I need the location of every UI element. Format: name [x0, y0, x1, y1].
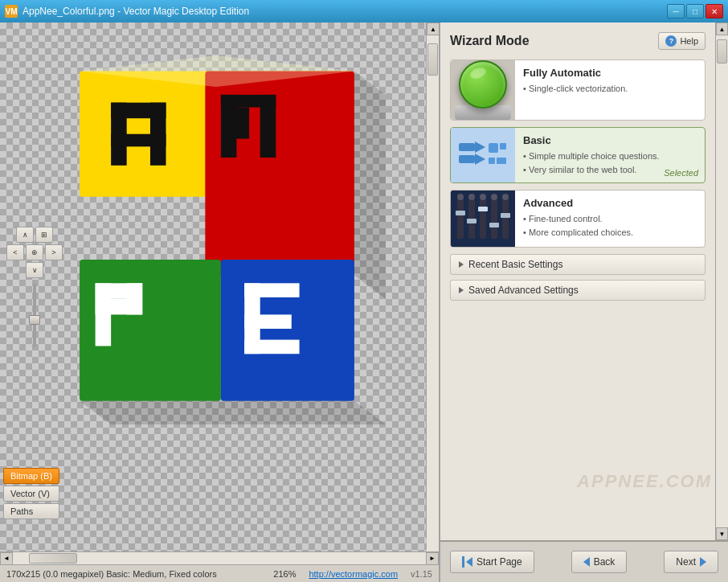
start-page-icon [462, 556, 472, 568]
svg-rect-30 [497, 158, 506, 164]
fully-automatic-desc1: • Single-click vectorization. [523, 82, 697, 96]
svg-rect-35 [467, 219, 476, 223]
minimize-button[interactable]: ─ [667, 4, 685, 18]
zoom-track [33, 283, 36, 347]
basic-desc1: • Simple multiple choice questions. [523, 150, 697, 163]
image-canvas [48, 39, 386, 481]
vertical-scrollbar[interactable]: ▲ ▼ [426, 23, 439, 539]
start-page-arrow [466, 557, 472, 567]
canvas-area[interactable]: ∧ ⊞ < ⊕ > ∨ Bitmap (B) [0, 23, 439, 551]
window-title: AppNee_Colorful.png - Vector Magic Deskt… [22, 6, 249, 17]
fully-automatic-card[interactable]: Fully Automatic • Single-click vectoriza… [450, 59, 706, 121]
scroll-left-button[interactable]: ◄ [0, 552, 13, 565]
start-page-button[interactable]: Start Page [450, 551, 534, 573]
back-button[interactable]: Back [571, 551, 628, 573]
view-tabs: Bitmap (B) Vector (V) Paths [3, 468, 59, 519]
svg-point-42 [457, 194, 464, 200]
paths-tab[interactable]: Paths [3, 503, 59, 519]
saved-advanced-settings-btn[interactable]: Saved Advanced Settings [450, 280, 706, 301]
fully-automatic-info: Fully Automatic • Single-click vectoriza… [515, 60, 705, 120]
right-panel-scrollbar[interactable]: ▲ ▼ [715, 23, 728, 540]
scroll-up-button[interactable]: ▲ [427, 23, 439, 35]
pan-right-button[interactable]: > [45, 244, 63, 260]
scroll-track[interactable] [427, 35, 439, 551]
scroll-right-button[interactable]: ► [426, 552, 439, 565]
recent-basic-settings-btn[interactable]: Recent Basic Settings [450, 254, 706, 275]
vc-bot-row: ∨ [26, 262, 43, 278]
svg-rect-29 [489, 158, 495, 164]
title-bar: VM AppNee_Colorful.png - Vector Magic De… [0, 0, 728, 23]
advanced-desc1: • Fine-tuned control. [523, 212, 697, 226]
zoom-out-button[interactable]: ∨ [26, 262, 43, 278]
svg-rect-15 [96, 299, 143, 315]
image-info: 170x215 (0.0 megapixel) Basic: Medium, F… [6, 569, 217, 579]
right-scroll-track[interactable] [716, 35, 728, 527]
help-icon: ? [665, 35, 677, 47]
help-button[interactable]: ? Help [658, 32, 706, 50]
next-button[interactable]: Next [664, 551, 718, 573]
basic-card[interactable]: Basic • Simple multiple choice questions… [450, 127, 706, 183]
svg-point-43 [468, 194, 475, 200]
zoom-thumb[interactable] [29, 315, 40, 325]
title-bar-left: VM AppNee_Colorful.png - Vector Magic De… [5, 5, 249, 18]
svg-rect-27 [489, 143, 498, 153]
right-scroll-down[interactable]: ▼ [716, 527, 728, 540]
view-controls: ∧ ⊞ < ⊕ > ∨ [6, 227, 63, 347]
fit-button[interactable]: ⊞ [35, 227, 53, 243]
right-scroll-thumb[interactable] [717, 39, 727, 64]
watermark: APPNEE.COM [577, 471, 712, 492]
title-bar-controls: ─ □ ✕ [667, 4, 723, 18]
maximize-button[interactable]: □ [686, 4, 704, 18]
left-panel: ∧ ⊞ < ⊕ > ∨ Bitmap (B) [0, 23, 439, 582]
svg-point-46 [502, 194, 509, 200]
svg-rect-28 [500, 143, 506, 150]
svg-rect-17 [244, 283, 299, 297]
svg-rect-32 [457, 199, 464, 239]
back-arrow-icon [583, 557, 590, 567]
pan-left-button[interactable]: < [6, 244, 24, 260]
right-panel-content: Wizard Mode ? Help Fully [440, 23, 728, 540]
h-scroll-track[interactable] [13, 552, 426, 564]
vector-tab[interactable]: Vector (V) [3, 486, 59, 502]
advanced-thumb [451, 191, 515, 247]
horizontal-scrollbar[interactable]: ◄ ► [0, 551, 439, 564]
svg-marker-25 [475, 141, 485, 153]
fully-automatic-thumb [451, 60, 515, 120]
wizard-header: Wizard Mode ? Help [450, 32, 706, 50]
advanced-name: Advanced [523, 197, 697, 209]
main-container: ∧ ⊞ < ⊕ > ∨ Bitmap (B) [0, 23, 728, 582]
advanced-card[interactable]: Advanced • Fine-tuned control. • More co… [450, 190, 706, 248]
scroll-thumb[interactable] [427, 43, 438, 76]
center-button[interactable]: ⊕ [26, 244, 43, 260]
right-panel: Wizard Mode ? Help Fully [439, 23, 728, 582]
accordion-arrow-2 [459, 287, 464, 293]
website-link[interactable]: http://vectormagic.com [309, 569, 398, 579]
svg-rect-41 [501, 213, 510, 218]
svg-rect-11 [234, 108, 250, 139]
svg-point-45 [491, 194, 497, 200]
svg-rect-40 [502, 199, 509, 239]
app-icon: VM [5, 5, 18, 18]
bitmap-tab[interactable]: Bitmap (B) [3, 468, 59, 484]
fully-automatic-name: Fully Automatic [523, 67, 697, 79]
svg-rect-37 [478, 207, 488, 211]
basic-icon [455, 133, 511, 178]
svg-marker-21 [80, 401, 386, 424]
svg-point-44 [480, 194, 486, 200]
vc-top-row: ∧ ⊞ [16, 227, 53, 243]
green-button-icon [459, 60, 507, 109]
h-scroll-thumb[interactable] [29, 553, 77, 564]
right-scroll-up[interactable]: ▲ [716, 23, 728, 35]
basic-info: Basic • Simple multiple choice questions… [515, 128, 705, 182]
svg-rect-19 [244, 340, 299, 355]
svg-rect-38 [491, 199, 497, 239]
close-button[interactable]: ✕ [706, 4, 723, 18]
svg-rect-24 [459, 155, 475, 163]
selected-label: Selected [664, 168, 698, 178]
accordion-arrow-1 [459, 261, 464, 268]
zoom-slider[interactable] [30, 283, 39, 347]
advanced-desc2: • More complicated choices. [523, 226, 697, 240]
zoom-in-button[interactable]: ∧ [16, 227, 34, 243]
wizard-title: Wizard Mode [450, 34, 530, 48]
svg-rect-10 [260, 95, 276, 158]
